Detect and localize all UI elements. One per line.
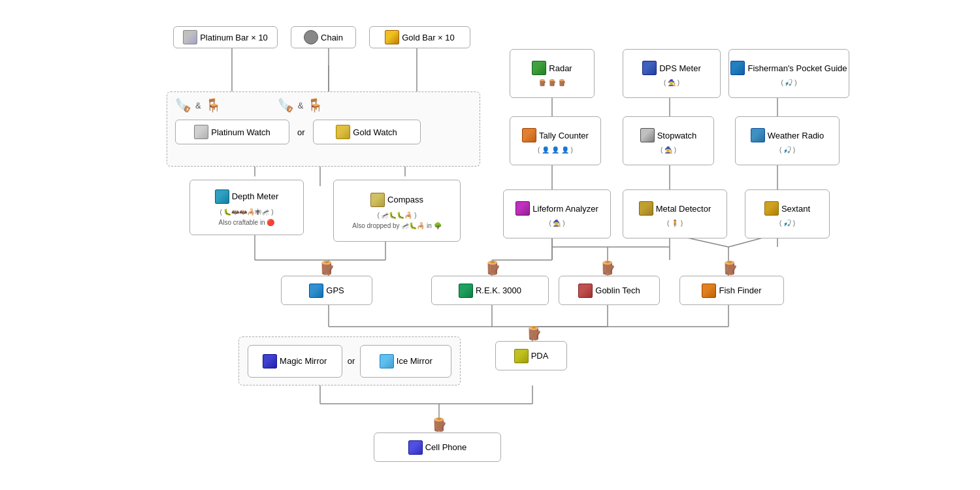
goblin-node: Goblin Tech <box>559 276 660 305</box>
stopwatch-label: Stopwatch <box>657 131 697 140</box>
goblin-icon <box>578 284 593 298</box>
stopwatch-node: Stopwatch ( 🧙 ) <box>623 116 714 165</box>
fishfinder-node: Fish Finder <box>679 276 784 305</box>
compass-icon <box>370 193 385 207</box>
lifeform-sub: ( 🧙 ) <box>549 220 564 227</box>
platinum-bar-node: Platinum Bar × 10 <box>173 26 278 48</box>
metal-node: Metal Detector ( 🧍 ) <box>623 189 727 238</box>
weather-sub: ( 🎣 ) <box>779 146 795 154</box>
mirrors-box: Magic Mirror or Ice Mirror <box>238 336 461 385</box>
stopwatch-icon <box>640 128 655 142</box>
workbench-gps: 🪵 <box>319 260 335 276</box>
fishermans-node: Fisherman's Pocket Guide ( 🎣 ) <box>728 49 849 98</box>
magic-mirror-node: Magic Mirror <box>248 345 342 378</box>
fishfinder-icon <box>702 284 716 298</box>
depth-label: Depth Meter <box>232 191 279 201</box>
compass-sub: ( 🦟🐛🐛🦂 ) <box>377 212 416 219</box>
workbench-rek: 🪵 <box>485 260 501 276</box>
radar-icon <box>532 61 546 75</box>
metal-icon <box>639 201 653 216</box>
magic-mirror-icon <box>263 354 277 368</box>
compass-node: Compass ( 🦟🐛🐛🦂 ) Also dropped by 🦟🐛🦂 in … <box>333 180 461 242</box>
compass-dropped: Also dropped by 🦟🐛🦂 in 🌳 <box>352 222 441 229</box>
dps-node: DPS Meter ( 🧙 ) <box>623 49 721 98</box>
workbench-pda: 🪵 <box>526 325 542 341</box>
ice-mirror-icon <box>380 354 394 368</box>
and-label-1: & <box>195 101 201 110</box>
magic-mirror-label: Magic Mirror <box>280 356 327 366</box>
chain-label: Chain <box>321 33 343 42</box>
depth-icon <box>215 189 229 204</box>
pda-icon <box>514 349 529 363</box>
ice-mirror-label: Ice Mirror <box>397 356 433 366</box>
gold-watch-label: Gold Watch <box>353 127 397 137</box>
stopwatch-sub: ( 🧙 ) <box>661 146 676 154</box>
cell-phone-icon <box>408 440 423 455</box>
chain-node: Chain <box>291 26 356 48</box>
fishermans-sub: ( 🎣 ) <box>781 79 796 86</box>
compass-label: Compass <box>387 195 423 204</box>
dps-label: DPS Meter <box>659 63 701 73</box>
dps-icon <box>642 61 657 75</box>
platinum-bar-icon <box>183 30 197 44</box>
lifeform-icon <box>515 201 530 216</box>
tally-node: Tally Counter ( 👤 👤 👤 ) <box>510 116 601 165</box>
or-label-watches: or <box>297 127 305 137</box>
lifeform-label: Lifeform Analyzer <box>532 204 598 214</box>
depth-craftable: Also craftable in 🔴 <box>219 219 275 226</box>
metal-label: Metal Detector <box>656 204 711 214</box>
rek-icon <box>459 284 473 298</box>
tally-icon <box>522 128 536 142</box>
chain-icon <box>304 30 318 44</box>
sextant-node: Sextant ( 🎣 ) <box>745 189 830 238</box>
gps-label: GPS <box>326 286 344 295</box>
sextant-icon <box>764 201 779 216</box>
gps-node: GPS <box>281 276 372 305</box>
radar-crafts: 🪵 🪵 🪵 <box>538 79 566 86</box>
sextant-sub: ( 🎣 ) <box>779 220 795 227</box>
cell-phone-node: Cell Phone <box>374 433 501 462</box>
pda-node: PDA <box>495 341 567 370</box>
fishermans-icon <box>730 61 745 75</box>
platinum-watch-label: Platinum Watch <box>211 127 270 137</box>
workbench-fishfinder: 🪵 <box>722 260 738 276</box>
gold-bar-icon <box>385 30 399 44</box>
radar-label: Radar <box>549 63 572 73</box>
tally-sub: ( 👤 👤 👤 ) <box>538 146 573 154</box>
ice-mirror-node: Ice Mirror <box>360 345 451 378</box>
watches-box: 🪚 & 🪑 🪚 & 🪑 Platinum Watch or Gold Watch <box>167 91 480 167</box>
cell-phone-label: Cell Phone <box>425 442 467 452</box>
chair-icon-1: 🪑 <box>205 97 221 113</box>
rek-node: R.E.K. 3000 <box>431 276 549 305</box>
gold-bar-label: Gold Bar × 10 <box>402 33 455 42</box>
radar-node: Radar 🪵 🪵 🪵 <box>510 49 595 98</box>
sextant-label: Sextant <box>781 204 810 214</box>
platinum-bar-label: Platinum Bar × 10 <box>200 33 268 42</box>
rek-label: R.E.K. 3000 <box>476 286 521 295</box>
and-label-2: & <box>298 101 304 110</box>
gps-icon <box>309 284 323 298</box>
workbench-icon-1: 🪚 <box>175 97 191 113</box>
metal-sub: ( 🧍 ) <box>667 220 683 227</box>
depth-sub: ( 🐛🦇🦇🦂🕷🦟 ) <box>220 208 273 216</box>
dps-sub: ( 🧙 ) <box>664 79 679 86</box>
weather-icon <box>751 128 765 142</box>
tally-label: Tally Counter <box>539 131 589 140</box>
gold-bar-node: Gold Bar × 10 <box>369 26 470 48</box>
pda-label: PDA <box>531 351 549 361</box>
platinum-watch-node: Platinum Watch <box>175 120 289 144</box>
weather-label: Weather Radio <box>768 131 824 140</box>
fishermans-label: Fisherman's Pocket Guide <box>747 63 847 73</box>
depth-node: Depth Meter ( 🐛🦇🦇🦂🕷🦟 ) Also craftable in… <box>189 180 304 235</box>
lifeform-node: Lifeform Analyzer ( 🧙 ) <box>503 189 611 238</box>
workbench-cell: 🪵 <box>431 417 448 433</box>
craft-tree: Platinum Bar × 10 Chain Gold Bar × 10 🪚 … <box>0 0 980 490</box>
or-label-mirrors: or <box>348 356 355 366</box>
gold-watch-node: Gold Watch <box>313 120 421 144</box>
workbench-icon-2: 🪚 <box>278 97 294 113</box>
fishfinder-label: Fish Finder <box>719 286 761 295</box>
workbench-goblin: 🪵 <box>600 260 616 276</box>
gold-watch-icon <box>336 125 350 139</box>
goblin-label: Goblin Tech <box>595 286 640 295</box>
weather-node: Weather Radio ( 🎣 ) <box>735 116 840 165</box>
